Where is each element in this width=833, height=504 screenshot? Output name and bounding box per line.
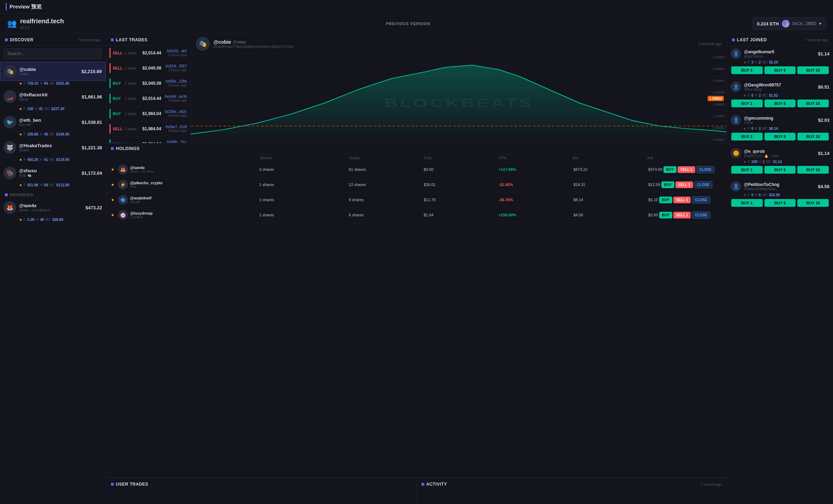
holding-actions: $374.59 BUY SELL 1 CLOSE [648,166,722,173]
trade-row[interactable]: BUY 1 share $1,984.04 0x80fb...7fcc 6 ho… [106,137,190,143]
chart-avatar: 🎭 [196,37,210,51]
right-buy1-button[interactable]: BUY 1 [731,66,763,74]
discover-users-list: 🎭 @cobie Cobie $2,215.89 ★ F 739.1K H 84… [0,62,106,189]
trade-row[interactable]: SELL 1 share $2,014.44 0x0c02...afcf 2 h… [106,46,190,61]
right-user-sub: angel kuma [744,54,774,58]
user-stats: ★ F 739.1K H 84 MC $301.4K [0,81,106,88]
right-user-name: @e_qorob [744,149,781,154]
holdings-section: HOLDINGS Balance Supply Entry uPNL Bid A… [106,143,727,478]
discover-user-card[interactable]: 🏎️ @0xRacerAlt Racer $1,861.96 [0,88,106,106]
mc-val: $169.3K [56,132,70,136]
trade-time: 6 hours ago [165,129,187,133]
wallet-area[interactable]: 0.224 ETH 🎭 0xC4...2B9D ▾ [752,17,826,30]
holding-close-button[interactable]: CLOSE [696,166,715,173]
holding-sell-button[interactable]: SELL 1 [678,166,695,173]
holding-balance: 1 shares [259,213,348,217]
holding-close-button[interactable]: CLOSE [692,211,710,219]
top-half: LAST TRADES SELL 1 share $2,014.44 0x0c0… [106,34,727,143]
holding-avatar: 🦊 [118,164,128,174]
holding-close-button[interactable]: CLOSE [694,181,713,188]
right-buy10-button[interactable]: BUY 10 [797,66,829,74]
last-trades-dot [111,38,114,41]
discover-user-card[interactable]: 🎭 @cobie Cobie $2,215.89 [0,62,106,81]
holding-sell-button[interactable]: SELL 1 [675,181,693,188]
right-user-price: $1.14 [818,51,829,56]
mid-panel: LAST TRADES SELL 1 share $2,014.44 0x0c0… [106,34,727,504]
right-buy10-button[interactable]: BUY 10 [797,133,829,140]
right-buy5-button[interactable]: BUY 5 [764,66,796,74]
right-buy1-button[interactable]: BUY 1 [731,166,763,174]
holdings-title: HOLDINGS [111,146,140,151]
holding-sell-button[interactable]: SELL 1 [673,197,691,203]
right-buy10-button[interactable]: BUY 10 [797,199,829,207]
last-joined-header: LAST JOINED 7 seconds ago [727,34,833,46]
holding-row: ★ ⚡ @pikachu_crypto Pika 1 shares 12 sha… [106,177,727,192]
trade-row[interactable]: BUY 1 share $2,045.08 0xf05b...228b 5 ho… [106,76,190,91]
last-trades-panel: LAST TRADES SELL 1 share $2,014.44 0x0c0… [106,34,191,143]
trade-shares: 1 share [125,66,140,70]
favorite-user-card[interactable]: 🦊 @iam4x iam4x ~ try tuleep.tr... $473.2… [0,198,106,217]
trade-row[interactable]: BUY 1 share $1,984.04 0x335e...b82c 6 ho… [106,106,190,121]
right-user-name: @angelkumar5 [744,49,774,54]
trade-type: SELL [113,127,123,131]
right-buy5-button[interactable]: BUY 5 [764,199,796,207]
holding-buy-button[interactable]: BUY [663,166,677,173]
holding-star[interactable]: ★ [111,213,114,217]
discover-user-card[interactable]: 🦬 @zhusu 朱溯 🐃 $1,172.04 [0,164,106,182]
holding-row: ★ 🦊 @iam4x iam4x ~ try tulee... 2 shares… [106,162,727,177]
trade-row[interactable]: BUY 1 share $2,014.44 0xc64d...be3b 5 ho… [106,91,190,106]
followers-val: 450.2K [27,158,39,162]
right-buy1-button[interactable]: BUY 1 [731,133,763,140]
trade-bar [110,94,111,103]
user-price: $2,215.89 [81,69,102,74]
holding-sub: iam4x ~ try tulee... [130,170,156,173]
right-user-sub: PetitionToMakeShar... [744,187,779,191]
right-buy1-button[interactable]: BUY 1 [731,100,763,107]
followers-val: 15K [27,107,34,111]
right-avatar: 👤 [731,181,741,192]
right-buy5-button[interactable]: BUY 5 [764,100,796,107]
holding-buy-button[interactable]: BUY [661,181,674,188]
holding-buy-button[interactable]: BUY [659,212,672,218]
right-avatar: 🟠 [731,148,741,158]
trade-addr: 0x335e...b82c [165,110,187,114]
right-buy10-button[interactable]: BUY 10 [797,100,829,107]
search-input[interactable] [4,48,102,59]
user-stats: ★ F 15K H 81 MC $227.2K [0,106,106,113]
fav-user-info: @iam4x iam4x ~ try tuleep.tr... [19,203,83,212]
trade-bar [110,48,111,58]
holding-bid: $18.31 [573,182,647,187]
trade-row[interactable]: SELL 1 share $1,984.04 0x5bb7...810f 6 h… [106,121,190,137]
right-buy1-button[interactable]: BUY 1 [731,199,763,207]
trade-row[interactable]: SELL 1 share $2,045.08 0x314f...9357 3 h… [106,61,190,76]
prev-version-button[interactable]: PREVIOUS VERSION [386,22,430,26]
right-user-top: 👤 @angelkumar5 angel kuma $1.14 [731,48,829,59]
holding-star[interactable]: ★ [111,167,114,172]
trade-time: 3 hours ago [165,68,187,72]
holding-sell-button[interactable]: SELL 1 [673,212,691,218]
trade-shares: 1 share [125,142,140,143]
logo-area: 👥 realfriend.tech v0.0.1 [7,18,64,30]
right-buy5-button[interactable]: BUY 5 [764,133,796,140]
right-user-top: 👤 @PetitionToChng PetitionToMakeShar... … [731,181,829,192]
right-buy-buttons: BUY 1 BUY 5 BUY 10 [731,199,829,210]
user-stats: ★ F 561.9K H 69 MC $112.5K [0,182,106,189]
discover-user-card[interactable]: 🐺 @HsakaTrades Hsaka $1,221.38 [0,138,106,157]
holding-close-button[interactable]: CLOSE [692,196,710,204]
user-stats: ★ F 108.8K H 48 MC $169.3K [0,132,106,138]
user-stats: ★ F 450.2K H 41 MC $118.5K [0,157,106,164]
star-icon: ★ [19,107,22,111]
holding-star[interactable]: ★ [111,182,114,187]
holding-buy-button[interactable]: BUY [659,197,672,203]
last-joined-user-card: 👤 @PetitionToChng PetitionToMakeShar... … [727,178,833,211]
trade-amount: $2,014.44 [142,50,165,55]
discover-user-card[interactable]: 🐦 @eth_ben ben.eth $1,538.81 [0,113,106,132]
activity-title: ACTIVITY [421,482,447,487]
holding-star[interactable]: ★ [111,198,114,202]
last-joined-user-card: 🟠 @e_qorob Inspect 2.0 | 🔥 | .fuel... $1… [727,145,833,178]
last-joined-time: 7 seconds ago [805,38,828,42]
right-buy5-button[interactable]: BUY 5 [764,166,796,174]
last-joined-user-card: 👤 @gmcumming Oscar $2.03 ★ F 0 H 2 MC $8… [727,112,833,145]
right-buy10-button[interactable]: BUY 10 [797,166,829,174]
holding-sub: Lucydrop [130,215,153,219]
